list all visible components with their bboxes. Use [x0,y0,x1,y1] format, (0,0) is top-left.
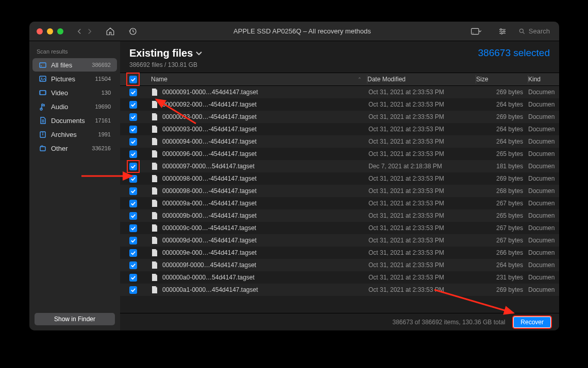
main-title[interactable]: Existing files [129,47,478,59]
file-icon [151,224,158,232]
row-checkbox[interactable] [129,286,137,294]
pictures-icon [39,75,47,83]
file-list[interactable]: 00000091-0000…454d4147.tagset Oct 31, 20… [120,86,559,313]
table-row[interactable]: 000000a0-0000…54d4147.tagset Oct 31, 202… [120,271,559,284]
forward-button[interactable] [85,26,94,37]
row-checkbox[interactable] [129,101,137,109]
file-kind: Documen [528,237,559,244]
main-subtitle: 386692 files / 130.81 GB [129,61,478,68]
home-icon[interactable] [104,25,117,38]
table-row[interactable]: 00000093-000…-454d4147.tagset Oct 31, 20… [120,111,559,123]
table-row[interactable]: 00000093-000…-454d4147.tagset Oct 31, 20… [120,123,559,135]
footer: 386673 of 386692 items, 130.36 GB total … [120,313,559,330]
file-date: Oct 31, 2021 at 2:33:53 PM [368,200,477,207]
table-row[interactable]: 00000094-000…-454d4147.tagset Oct 31, 20… [120,135,559,148]
row-checkbox[interactable] [129,138,137,146]
close-window-button[interactable] [37,28,43,34]
column-size[interactable]: Size [476,76,528,83]
zoom-window-button[interactable] [57,28,63,34]
search-field[interactable]: Search [516,26,552,36]
minimize-window-button[interactable] [47,28,53,34]
file-name: 0000009b-000…-454d4147.tagset [162,212,257,219]
select-all-checkbox[interactable] [126,73,140,86]
checkbox-icon [129,150,137,158]
table-row[interactable]: 0000009d-000…-454d4147.tagset Oct 31, 20… [120,234,559,247]
row-checkbox[interactable] [129,261,137,269]
file-kind: Documen [528,187,559,195]
file-icon [151,199,158,207]
row-checkbox[interactable] [129,126,137,133]
table-row[interactable]: 00000096-000…-454d4147.tagset Oct 31, 20… [120,148,559,160]
row-checkbox[interactable] [129,187,137,195]
sidebar-item-archives[interactable]: Archives 1991 [32,128,117,141]
file-icon [151,113,158,121]
table-row[interactable]: 00000097-0000…54d4147.tagset Dec 7, 2021… [120,160,559,172]
column-name[interactable]: Name ⌃ [146,76,367,83]
row-checkbox[interactable] [129,113,137,121]
row-checkbox[interactable] [129,237,137,244]
svg-point-4 [503,30,505,32]
column-date[interactable]: Date Modified [367,76,476,83]
file-size: 181 bytes [477,163,528,170]
table-row[interactable]: 0000009f-0000…454d4147.tagset Oct 31, 20… [120,259,559,271]
checkbox-icon [129,89,137,96]
sidebar-item-documents[interactable]: Documents 17161 [32,114,117,127]
file-date: Oct 31, 2021 at 2:33:53 PM [368,274,477,281]
file-kind: Documen [528,150,559,157]
show-in-finder-button[interactable]: Show in Finder [35,313,115,325]
table-row[interactable]: 0000009b-000…-454d4147.tagset Oct 31, 20… [120,209,559,222]
table-row[interactable]: 0000009a-000…-454d4147.tagset Oct 31, 20… [120,197,559,209]
file-size: 264 bytes [477,261,528,269]
sidebar-item-video[interactable]: Video 130 [32,86,117,99]
table-row[interactable]: 00000098-000…-454d4147.tagset Oct 31, 20… [120,172,559,185]
sidebar-item-label: Other [51,145,88,152]
row-checkbox[interactable] [129,200,137,207]
file-date: Oct 31, 2021 at 2:33:53 PM [368,113,477,120]
file-icon [151,236,158,244]
row-checkbox[interactable] [129,175,137,183]
file-size: 231 bytes [477,274,528,281]
file-date: Oct 31, 2021 at 2:33:53 PM [368,237,477,244]
table-row[interactable]: 000000a1-0000…454d4147.tagset Oct 31, 20… [120,284,559,296]
recover-button[interactable]: Recover [512,316,552,329]
table-row[interactable]: 00000092-000…-454d4147.tagset Oct 31, 20… [120,98,559,111]
svg-point-3 [500,28,501,30]
svg-point-10 [41,78,42,79]
row-checkbox[interactable] [129,274,137,282]
file-name: 00000093-000…-454d4147.tagset [162,126,257,133]
sidebar-item-audio[interactable]: Audio 19690 [32,100,117,113]
checkbox-icon [129,224,137,232]
table-row[interactable]: 0000009c-000…-454d4147.tagset Oct 31, 20… [120,222,559,234]
table-row[interactable]: 00000091-0000…454d4147.tagset Oct 31, 20… [120,86,559,98]
row-checkbox[interactable] [129,224,137,232]
column-kind[interactable]: Kind [528,76,559,83]
archive-icon [39,130,47,138]
sidebar-item-other[interactable]: Other 336216 [32,142,117,155]
file-kind: Documen [528,126,559,133]
row-checkbox[interactable] [127,160,140,173]
sidebar-item-all-files[interactable]: All files 386692 [32,58,117,72]
row-checkbox[interactable] [129,89,137,96]
sidebar-item-pictures[interactable]: Pictures 11504 [32,72,117,85]
rescan-icon[interactable] [126,25,140,38]
file-icon [151,100,158,109]
back-button[interactable] [75,26,84,37]
sidebar-item-label: Video [51,89,97,97]
svg-rect-7 [40,63,46,67]
svg-rect-12 [40,91,41,95]
file-date: Oct 31, 2021 at 2:33:53 PM [368,286,477,293]
window-title: APPLE SSD AP0256Q – All recovery methods [144,27,461,35]
row-checkbox[interactable] [129,212,137,220]
table-row[interactable]: 00000098-000…-454d4147.tagset Oct 31, 20… [120,185,559,197]
audio-icon [39,102,47,111]
file-date: Oct 31, 2021 at 2:33:53 PM [368,101,477,108]
svg-point-6 [519,29,523,32]
file-icon [151,261,158,269]
row-checkbox[interactable] [129,150,137,158]
row-checkbox[interactable] [129,249,137,257]
svg-point-16 [42,134,43,135]
table-row[interactable]: 0000009e-000…-454d4147.tagset Oct 31, 20… [120,247,559,259]
storage-dropdown-icon[interactable] [470,25,483,38]
settings-icon[interactable] [496,25,509,38]
checkbox-icon [129,126,137,133]
